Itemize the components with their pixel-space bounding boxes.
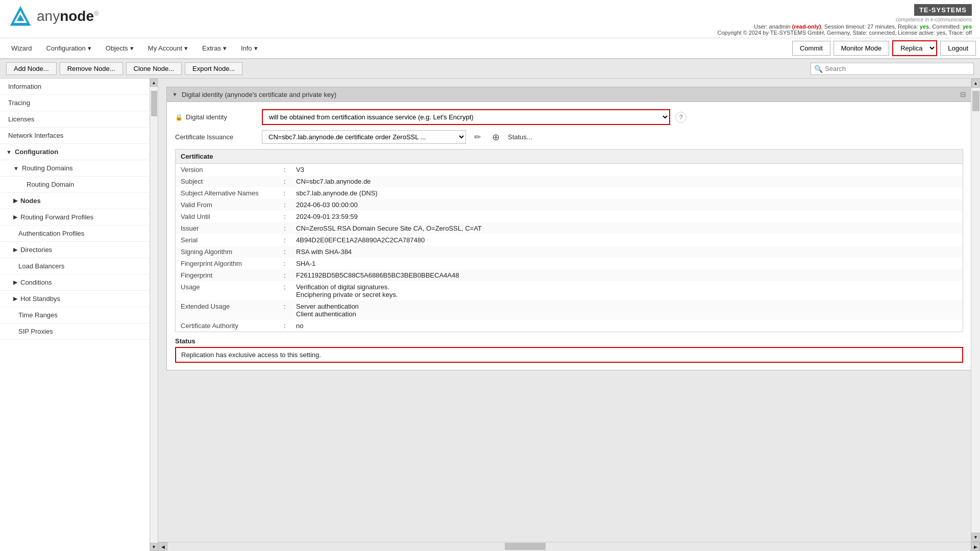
cert-field-label: Version	[176, 164, 283, 176]
digital-identity-body: 🔒 Digital identity will be obtained from…	[167, 102, 971, 370]
te-systems-area: TE-SYSTEMS competence in e-communication…	[718, 4, 972, 36]
cert-field-label: Fingerprint Algorithm	[176, 258, 283, 269]
nav-info[interactable]: Info ▾	[234, 40, 265, 56]
chevron-down-icon: ▾	[254, 44, 258, 52]
nav-configuration[interactable]: Configuration ▾	[39, 40, 98, 56]
certificate-header: Certificate	[176, 149, 963, 164]
logout-button[interactable]: Logout	[940, 41, 976, 56]
nav-my-account[interactable]: My Account ▾	[141, 40, 195, 56]
cert-issuance-row: Certificate Issuance CN=sbc7.lab.anynode…	[175, 130, 963, 144]
cert-field-separator: :	[283, 164, 291, 176]
sidebar-scroll-area[interactable]: Information Tracing Licenses Network Int…	[0, 79, 150, 551]
collapse-arrow-icon: ▼	[172, 91, 178, 97]
sidebar-item-time-ranges[interactable]: Time Ranges	[0, 307, 150, 323]
toolbar: Add Node... Remove Node... Clone Node...…	[0, 59, 980, 79]
sidebar-item-tracing[interactable]: Tracing	[0, 95, 150, 111]
cert-field-label: Subject Alternative Names	[176, 187, 283, 199]
digital-identity-select[interactable]: will be obtained from certification issu…	[262, 109, 670, 125]
cert-issuance-select[interactable]: CN=sbc7.lab.anynode.de certificate order…	[262, 130, 466, 144]
add-button[interactable]: ⊕	[489, 131, 503, 144]
table-row: Subject:CN=sbc7.lab.anynode.de	[176, 176, 963, 187]
lock-icon: 🔒	[175, 114, 183, 121]
cert-field-value: Verification of digital signatures. Enci…	[291, 281, 963, 300]
content-area: ▼ Digital identity (anynode's certificat…	[158, 79, 980, 551]
cert-field-label: Issuer	[176, 222, 283, 234]
cert-field-separator: :	[283, 234, 291, 246]
table-row: Signing Algorithm:RSA with SHA-384	[176, 246, 963, 258]
nav-objects[interactable]: Objects ▾	[99, 40, 141, 56]
session-info: User: anadmin (read-only), Session timeo…	[718, 23, 972, 30]
cert-field-label: Subject	[176, 176, 283, 187]
sidebar-item-routing-forward-profiles[interactable]: ▶ Routing Forward Profiles	[0, 209, 150, 226]
add-node-button[interactable]: Add Node...	[6, 62, 57, 75]
table-row: Issuer:CN=ZeroSSL RSA Domain Secure Site…	[176, 222, 963, 234]
export-node-button[interactable]: Export Node...	[185, 62, 242, 75]
replica-select[interactable]: Replica	[892, 40, 937, 56]
status-message-box: Replication has exclusive access to this…	[175, 347, 963, 363]
digital-identity-label: 🔒 Digital identity	[175, 113, 257, 121]
sidebar-item-load-balancers[interactable]: Load Balancers	[0, 258, 150, 274]
cert-field-value: SHA-1	[291, 258, 963, 269]
table-row: Certificate Authority:no	[176, 320, 963, 332]
v-scroll-up-arrow[interactable]: ▲	[971, 79, 981, 88]
cert-field-value: 2024-09-01 23:59:59	[291, 211, 963, 222]
table-row: Extended Usage:Server authentication Cli…	[176, 300, 963, 320]
h-scroll-thumb[interactable]	[505, 543, 546, 550]
sidebar-item-directories[interactable]: ▶ Directories	[0, 242, 150, 258]
right-scrollbar[interactable]: ▲ ▼	[971, 79, 980, 542]
sidebar-item-nodes[interactable]: ▶ Nodes	[0, 193, 150, 209]
v-scroll-down-arrow[interactable]: ▼	[971, 533, 981, 542]
sidebar-scrollbar[interactable]: ▲ ▼	[150, 79, 158, 551]
cert-field-separator: :	[283, 246, 291, 258]
edit-button[interactable]: ✏	[471, 131, 484, 143]
sidebar-item-hot-standbys[interactable]: ▶ Hot Standbys	[0, 291, 150, 307]
sidebar-item-information[interactable]: Information	[0, 79, 150, 95]
chevron-right-icon: ▶	[13, 197, 17, 204]
scroll-down-arrow[interactable]: ▼	[150, 543, 158, 551]
status-section: Status Replication has exclusive access …	[175, 337, 963, 363]
monitor-mode-button[interactable]: Monitor Mode	[834, 41, 889, 56]
cert-field-label: Serial	[176, 234, 283, 246]
clone-node-button[interactable]: Clone Node...	[126, 62, 182, 75]
v-scroll-thumb[interactable]	[972, 91, 979, 111]
table-row: Fingerprint Algorithm:SHA-1	[176, 258, 963, 269]
h-scroll-track	[167, 542, 971, 551]
scroll-up-arrow[interactable]: ▲	[150, 79, 158, 87]
help-button[interactable]: ?	[675, 112, 687, 123]
cert-field-label: Valid Until	[176, 211, 283, 222]
sidebar-item-routing-domain[interactable]: Routing Domain	[0, 177, 150, 193]
content-scroll-area[interactable]: ▼ Digital identity (anynode's certificat…	[158, 79, 980, 542]
cert-field-separator: :	[283, 199, 291, 211]
horizontal-scrollbar[interactable]: ◀ ▶	[158, 542, 980, 551]
nav-extras[interactable]: Extras ▾	[195, 40, 234, 56]
status-link[interactable]: Status...	[508, 133, 532, 141]
te-systems-logo: TE-SYSTEMS	[914, 4, 972, 16]
chevron-right-icon: ▶	[13, 279, 17, 286]
sidebar-item-routing-domains[interactable]: ▼ Routing Domains	[0, 160, 150, 177]
chevron-down-icon: ▾	[130, 44, 134, 52]
certificate-table: Version:V3Subject:CN=sbc7.lab.anynode.de…	[176, 164, 963, 332]
table-row: Subject Alternative Names:sbc7.lab.anyno…	[176, 187, 963, 199]
digital-identity-header[interactable]: ▼ Digital identity (anynode's certificat…	[167, 87, 971, 102]
sidebar-item-configuration[interactable]: ▼ Configuration	[0, 144, 150, 160]
h-scroll-right-arrow[interactable]: ▶	[971, 542, 980, 552]
chevron-down-icon: ▼	[13, 165, 19, 171]
nav-wizard[interactable]: Wizard	[4, 40, 39, 56]
cert-field-separator: :	[283, 222, 291, 234]
sidebar-item-licenses[interactable]: Licenses	[0, 111, 150, 128]
table-row: Usage:Verification of digital signatures…	[176, 281, 963, 300]
status-label: Status	[175, 337, 963, 345]
remove-node-button[interactable]: Remove Node...	[60, 62, 123, 75]
sidebar-item-sip-proxies[interactable]: SIP Proxies	[0, 323, 150, 340]
sidebar-item-conditions[interactable]: ▶ Conditions	[0, 274, 150, 291]
sidebar-item-network-interfaces[interactable]: Network Interfaces	[0, 128, 150, 144]
sidebar-item-authentication-profiles[interactable]: Authentication Profiles	[0, 226, 150, 242]
h-scroll-left-arrow[interactable]: ◀	[158, 542, 167, 552]
search-input[interactable]	[825, 65, 968, 72]
minimize-icon[interactable]: ⊟	[960, 90, 966, 98]
scroll-thumb[interactable]	[151, 91, 157, 116]
search-box: 🔍	[811, 63, 974, 75]
cert-field-value: CN=sbc7.lab.anynode.de	[291, 176, 963, 187]
cert-field-value: CN=ZeroSSL RSA Domain Secure Site CA, O=…	[291, 222, 963, 234]
commit-button[interactable]: Commit	[792, 41, 830, 56]
